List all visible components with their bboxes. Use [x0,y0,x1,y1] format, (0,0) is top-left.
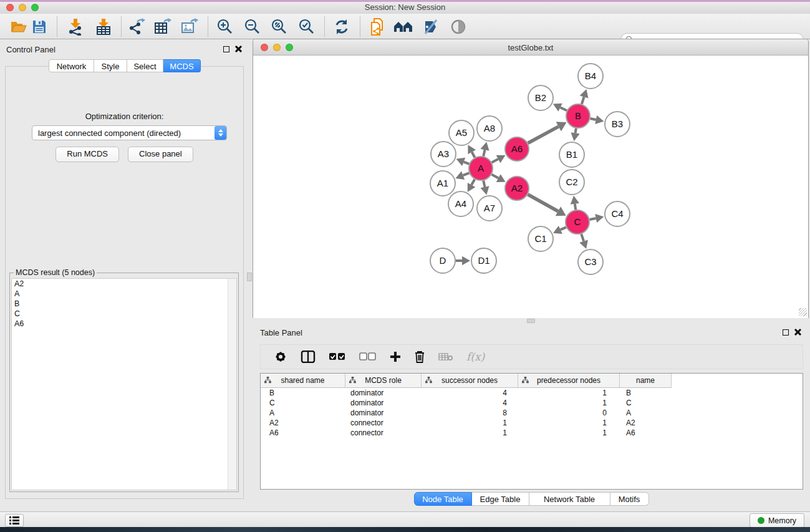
unselect-all-columns-icon[interactable] [359,352,377,361]
column-header-successor-nodes[interactable]: successor nodes [422,374,518,387]
horizontal-splitter-handle[interactable] [527,319,535,323]
network-canvas[interactable]: AA6A2BCA1A3A4A5A7A8B1B2B3B4C1C2C3C4DD1 [253,56,808,318]
result-item-b[interactable]: B [12,299,236,309]
export-image-icon[interactable] [180,17,200,37]
graph-node-A7[interactable]: A7 [477,196,502,221]
graph-node-A5[interactable]: A5 [449,120,474,145]
graph-edge-A2-C[interactable] [528,195,558,211]
function-builder-icon[interactable]: f(x) [466,351,485,363]
graph-node-B2[interactable]: B2 [528,85,553,110]
result-item-a2[interactable]: A2 [12,279,236,289]
import-table-icon[interactable] [94,17,113,37]
graph-node-B4[interactable]: B4 [578,64,603,89]
zoom-selected-icon[interactable] [297,17,317,37]
result-item-a[interactable]: A [12,289,236,299]
graph-edge-C-C3[interactable] [581,234,584,241]
table-row-c[interactable]: Cdominator41C [261,398,803,408]
graph-edge-C-C2[interactable] [575,204,576,210]
graph-edge-A-A3[interactable] [464,162,470,164]
graph-node-A8[interactable]: A8 [477,116,502,141]
graph-node-C4[interactable]: C4 [605,201,630,226]
float-panel-icon[interactable] [223,46,229,52]
import-network-icon[interactable] [65,17,85,37]
copy-network-icon[interactable] [367,17,387,37]
graph-edge-A-A4[interactable] [471,179,475,185]
save-session-icon[interactable] [29,17,49,37]
float-table-panel-icon[interactable] [783,329,789,336]
add-column-icon[interactable] [390,351,401,362]
memory-button[interactable]: Memory [750,513,804,528]
tab-style[interactable]: Style [94,59,127,72]
tab-mcds[interactable]: MCDS [163,59,201,72]
graph-edge-B-B2[interactable] [561,107,567,110]
graph-node-C[interactable]: C [566,210,589,234]
run-mcds-button[interactable]: Run MCDS [55,147,119,162]
close-panel-button[interactable]: Close panel [128,147,193,162]
tab-edge-table[interactable]: Edge Table [472,492,529,506]
graph-edge-A-A5[interactable] [472,152,475,158]
tab-node-table[interactable]: Node Table [414,492,472,506]
delete-columns-icon[interactable] [414,351,425,363]
graph-node-C2[interactable]: C2 [559,170,584,195]
graph-node-A3[interactable]: A3 [431,142,456,167]
table-row-a6[interactable]: A6connector11A6 [261,428,803,438]
graph-edge-B-B1[interactable] [576,128,576,133]
result-item-a6[interactable]: A6 [12,319,236,329]
graph-node-D[interactable]: D [430,248,455,273]
graph-edge-A-A1[interactable] [463,173,470,175]
graph-node-D1[interactable]: D1 [471,248,496,273]
graph-edge-B-B4[interactable] [582,97,584,104]
open-session-icon[interactable] [9,17,29,37]
table-row-b[interactable]: Bdominator41B [261,388,803,398]
show-graphics-details-icon[interactable] [448,17,468,37]
graph-node-C1[interactable]: C1 [528,226,553,251]
graph-node-B3[interactable]: B3 [605,112,630,137]
tab-network[interactable]: Network [49,59,94,72]
graph-edge-A-A8[interactable] [483,150,485,156]
graph-edge-C-C4[interactable] [590,218,596,220]
graph-edge-C-C1[interactable] [561,227,566,230]
show-column-icon[interactable] [301,351,316,363]
graph-edge-A6-B[interactable] [528,127,559,143]
graph-node-A1[interactable]: A1 [430,171,455,196]
close-table-panel-icon[interactable] [794,329,801,336]
graph-edge-B-B3[interactable] [591,118,596,120]
zoom-fit-icon[interactable] [269,17,289,37]
graph-node-B1[interactable]: B1 [559,142,584,167]
tab-motifs[interactable]: Motifs [610,492,649,506]
graph-node-A2[interactable]: A2 [505,177,529,200]
graph-node-A[interactable]: A [469,157,493,180]
table-row-a2[interactable]: A2connector11A2 [261,418,803,428]
refresh-icon[interactable] [332,17,352,37]
graph-node-A6[interactable]: A6 [505,137,529,161]
task-history-button[interactable] [5,514,24,527]
graph-edge-A-A6[interactable] [492,159,498,163]
hide-labels-icon[interactable] [420,17,440,37]
network-window-titlebar[interactable]: testGlobe.txt [253,39,808,56]
result-scrollbar[interactable] [228,279,236,490]
column-header-mcds-role[interactable]: MCDS role [345,374,422,387]
result-item-c[interactable]: C [12,309,236,319]
table-row-a[interactable]: Adominator80A [261,408,803,418]
zoom-in-icon[interactable] [215,17,235,37]
graph-node-B[interactable]: B [566,104,590,128]
tab-network-table[interactable]: Network Table [529,492,610,506]
export-table-icon[interactable] [153,17,173,37]
vertical-splitter-handle[interactable] [247,273,252,281]
select-all-columns-icon[interactable] [329,352,346,361]
zoom-out-icon[interactable] [243,17,263,37]
graph-edge-A-A7[interactable] [483,181,485,187]
resize-grip-icon[interactable] [799,308,807,316]
graph-node-C3[interactable]: C3 [578,249,603,274]
close-panel-icon[interactable] [235,46,242,52]
column-header-predecessor-nodes[interactable]: predecessor nodes [518,374,620,387]
column-header-shared-name[interactable]: shared name [261,374,345,387]
delete-table-icon[interactable] [438,352,453,361]
home-layout-icon[interactable] [393,17,413,37]
graph-edge-A-A2[interactable] [492,175,499,178]
table-settings-icon[interactable] [274,350,287,364]
column-header-name[interactable]: name [620,374,672,387]
tab-select[interactable]: Select [127,59,163,72]
graph-node-A4[interactable]: A4 [448,191,473,216]
criterion-select[interactable]: largest connected component (directed) [32,125,227,140]
